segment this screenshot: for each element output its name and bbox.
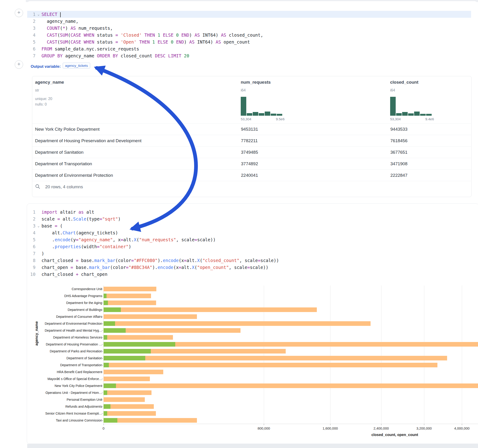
code-token: 0: [171, 39, 173, 44]
table-cell: Department of Transportation: [35, 158, 92, 169]
code-token: WHEN: [84, 32, 94, 37]
code-token: SUM: [60, 39, 68, 44]
column-type-agency-name: str: [35, 88, 39, 92]
code-token: ).: [157, 258, 163, 263]
code-token: scale)): [250, 265, 268, 270]
bar-open_count: [104, 307, 121, 312]
fold-chevron-icon[interactable]: ⌄: [36, 11, 42, 18]
code-token: (: [137, 237, 139, 242]
x-axis-tick: [104, 424, 104, 425]
bar-open_count: [104, 342, 175, 347]
table-cell: Department of Environmental Protection: [35, 170, 113, 181]
gutter-spacer: [36, 209, 42, 216]
chart-y-axis: Correspondence UnitDHS Advantage Program…: [26, 286, 102, 424]
code-token: "sqrt": [102, 216, 118, 221]
gridline: [330, 286, 330, 424]
code-token: THEN: [139, 39, 150, 44]
code-text: chart_closed = base.mark_bar(color="#FFC…: [42, 257, 279, 264]
table-row[interactable]: Department of Housing Preservation and D…: [32, 135, 471, 146]
y-axis-label: Correspondence Unit: [26, 286, 102, 292]
code-token: =: [195, 237, 197, 242]
code-line: 4 CAST(SUM(CASE WHEN status = 'Closed' T…: [27, 31, 471, 38]
table-cell: 7618456: [390, 135, 408, 146]
y-axis-label: Senior Citizen Rent Increase Exempti…: [26, 410, 102, 417]
code-token: =: [76, 258, 78, 263]
line-number: 3: [27, 25, 36, 31]
gutter-spacer: [36, 45, 42, 52]
table-row[interactable]: Department of Environmental Protection22…: [32, 169, 471, 181]
code-token: alt.: [123, 237, 134, 242]
code-line: 6 .properties(width="container"): [27, 243, 471, 250]
histogram-bar: [265, 112, 270, 116]
code-token: Chart: [63, 230, 76, 235]
code-token: closed_count,: [226, 32, 263, 37]
column-header-num-requests[interactable]: num_requests: [241, 80, 271, 85]
output-variable-chip[interactable]: agency_tickets: [63, 63, 90, 68]
hist-max-label: 9.5e6: [276, 117, 284, 121]
code-token: [118, 32, 121, 37]
code-line: 3⌄base = (: [27, 222, 471, 229]
table-cell: 2222847: [390, 170, 408, 181]
code-token: BY: [57, 53, 63, 58]
y-axis-tick: [102, 358, 103, 358]
code-line: 2scale = alt.Scale(type="sqrt"): [27, 216, 471, 222]
code-text: SELECT: [42, 11, 61, 18]
histogram-bar: [277, 114, 282, 116]
code-token: (agency_tickets): [76, 230, 118, 235]
histogram-bar: [390, 97, 396, 116]
y-axis-tick: [102, 420, 103, 421]
code-line: 3 COUNT(*) AS num_requests,: [27, 25, 471, 31]
code-token: agency_name: [63, 53, 97, 58]
code-token: "agency_name": [78, 237, 113, 242]
code-token: (: [68, 39, 70, 44]
code-token: alt.: [187, 258, 197, 263]
y-axis-tick: [102, 400, 103, 400]
code-token: +: [76, 272, 78, 277]
sql-code-editor[interactable]: 1⌄SELECT 2 agency_name,3 COUNT(*) AS num…: [27, 11, 471, 59]
code-token: alt.: [181, 265, 192, 270]
code-token: X: [134, 237, 136, 242]
code-token: =: [70, 265, 73, 270]
y-axis-tick: [102, 330, 103, 331]
column-header-closed-count[interactable]: closed_count: [390, 80, 418, 85]
search-icon[interactable]: [35, 184, 41, 189]
code-text: base = (: [42, 222, 63, 229]
bar-closed_count: [104, 300, 156, 305]
hist-max-label: 9.4e6: [425, 117, 434, 121]
add-cell-button-middle[interactable]: +: [15, 60, 23, 69]
bar-open_count: [104, 328, 126, 333]
code-token: scale)): [261, 258, 279, 263]
notebook-canvas: + + 1⌄SELECT 2 agency_name,3 COUNT(*) AS…: [0, 0, 478, 448]
fold-chevron-icon[interactable]: ⌄: [36, 222, 42, 229]
code-text: chart_open = base.mark_bar(color="#8BC34…: [42, 264, 268, 271]
code-token: =: [76, 237, 78, 242]
code-token: sample_data.nyc.service_requests: [52, 46, 139, 51]
code-token: ELSE: [158, 39, 168, 44]
code-token: [155, 39, 157, 44]
histogram-range-num-requests: 53,304 9.5e6: [241, 117, 284, 121]
code-text: CAST(SUM(CASE WHEN status = 'Open' THEN …: [42, 38, 250, 45]
python-code-editor[interactable]: 1import altair as alt2scale = alt.Scale(…: [27, 209, 471, 278]
table-row[interactable]: Department of Sanitation37494853677651: [32, 146, 471, 158]
code-token: [173, 32, 176, 37]
gutter-spacer: [36, 25, 42, 31]
histogram-bar: [247, 113, 252, 116]
table-cell: 7782211: [241, 135, 258, 146]
line-number: 1: [27, 11, 36, 18]
column-header-agency-name[interactable]: agency_name: [35, 80, 64, 85]
code-token: mark_bar: [89, 265, 110, 270]
gridline: [462, 286, 462, 424]
code-token: chart_open: [78, 272, 107, 277]
gutter-spacer: [36, 250, 42, 257]
column-type-num-requests: i64: [241, 88, 245, 92]
code-token: =: [184, 258, 187, 263]
table-row[interactable]: Department of Transportation377489234719…: [32, 158, 471, 169]
code-token: X: [192, 265, 194, 270]
code-token: =: [258, 258, 260, 263]
y-axis-tick: [102, 413, 103, 414]
add-cell-button-top[interactable]: +: [15, 9, 23, 17]
table-row[interactable]: New York City Police Department945313194…: [32, 123, 471, 135]
code-token: =: [179, 265, 181, 270]
code-token: , x: [113, 237, 121, 242]
code-token: =: [57, 216, 60, 221]
